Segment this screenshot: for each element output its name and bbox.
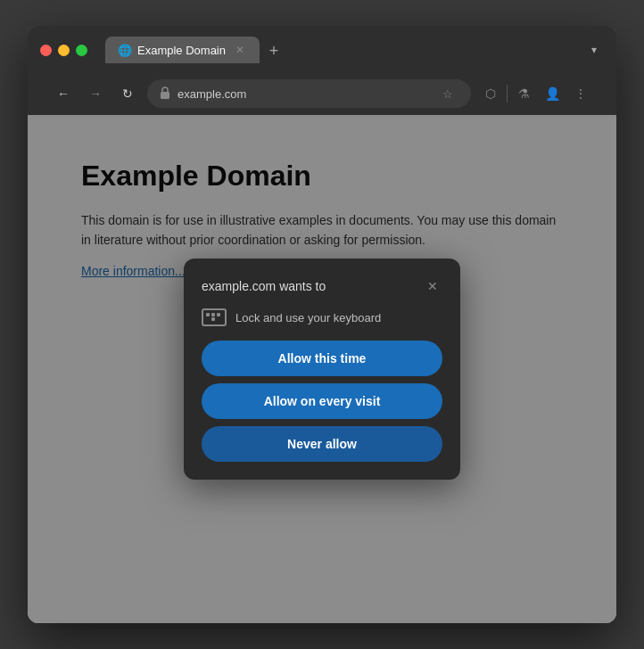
svg-rect-0 [161, 92, 169, 99]
tab-title: Example Domain [137, 44, 226, 57]
close-traffic-light[interactable] [40, 45, 52, 56]
nav-toolbar: ⬡ ⚗ 👤 ⋮ [478, 81, 593, 106]
tab-close-button[interactable]: ✕ [233, 43, 247, 57]
never-allow-button[interactable]: Never allow [202, 426, 442, 462]
permission-dialog: example.com wants to ✕ Lock and use your… [184, 259, 460, 480]
address-lock-icon [160, 86, 170, 102]
maximize-traffic-light[interactable] [76, 45, 87, 56]
address-text: example.com [178, 87, 430, 101]
flask-button[interactable]: ⚗ [511, 81, 536, 106]
overlay: example.com wants to ✕ Lock and use your… [28, 115, 616, 623]
forward-button[interactable]: → [83, 81, 108, 106]
profile-button[interactable]: 👤 [540, 81, 565, 106]
back-button[interactable]: ← [51, 81, 76, 106]
tab-favicon-icon: 🌐 [118, 44, 130, 56]
new-tab-button[interactable]: + [261, 38, 286, 63]
active-tab[interactable]: 🌐 Example Domain ✕ [105, 37, 260, 63]
title-bar: 🌐 Example Domain ✕ + ▾ ← → ↻ exam [28, 26, 616, 115]
bookmark-button[interactable]: ☆ [437, 83, 458, 104]
extension-button[interactable]: ⬡ [478, 81, 503, 106]
minimize-traffic-light[interactable] [58, 45, 70, 56]
traffic-lights [40, 45, 87, 56]
allow-once-button[interactable]: Allow this time [202, 341, 442, 376]
address-bar[interactable]: example.com ☆ [147, 79, 471, 108]
title-bar-top: 🌐 Example Domain ✕ + ▾ [40, 37, 604, 63]
browser-content: Example Domain This domain is for use in… [28, 115, 616, 623]
menu-button[interactable]: ⋮ [568, 81, 593, 106]
dialog-title: example.com wants to [202, 279, 326, 293]
dialog-header: example.com wants to ✕ [202, 276, 442, 296]
nav-bar: ← → ↻ example.com ☆ ⬡ ⚗ 👤 [40, 72, 604, 115]
allow-always-button[interactable]: Allow on every visit [202, 383, 442, 419]
dialog-close-button[interactable]: ✕ [423, 276, 442, 296]
refresh-button[interactable]: ↻ [115, 81, 140, 106]
keyboard-icon [202, 308, 227, 326]
tabs-chevron-button[interactable]: ▾ [584, 40, 604, 60]
toolbar-divider [507, 85, 508, 103]
dialog-permission-text: Lock and use your keyboard [235, 311, 381, 324]
tab-bar: 🌐 Example Domain ✕ + [105, 37, 575, 63]
dialog-permission: Lock and use your keyboard [202, 308, 442, 326]
address-actions: ☆ [437, 83, 458, 104]
browser-window: 🌐 Example Domain ✕ + ▾ ← → ↻ exam [28, 26, 616, 623]
